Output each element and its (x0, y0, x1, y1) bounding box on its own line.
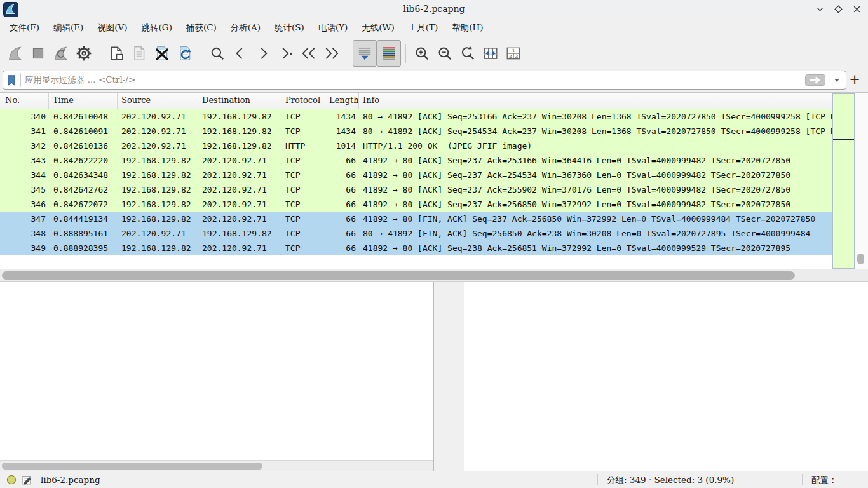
zoom-out-icon[interactable] (433, 40, 456, 67)
packet-cell-source: 202.120.92.71 (118, 109, 198, 124)
minimize-button[interactable] (815, 4, 825, 15)
go-first-packet-icon[interactable] (297, 40, 320, 67)
column-header-info[interactable]: Info (359, 93, 832, 109)
filter-dropdown-caret[interactable] (834, 79, 839, 82)
packet-details-hscrollbar-thumb[interactable] (2, 463, 262, 470)
capture-options-icon[interactable] (72, 40, 95, 67)
go-last-packet-icon[interactable] (320, 40, 343, 67)
packet-cell-no: 344 (0, 168, 49, 182)
menu-tools[interactable]: 工具(T) (402, 20, 445, 36)
packet-list-minimap-scrollbar[interactable] (832, 93, 855, 269)
packet-cell-info: 41892 → 80 [ACK] Seq=237 Ack=256850 Win=… (359, 197, 832, 212)
packet-list-hscrollbar[interactable] (0, 269, 868, 282)
packet-cell-no: 348 (0, 226, 49, 241)
menu-capture[interactable]: 捕获(C) (179, 20, 224, 36)
go-to-packet-icon[interactable] (275, 40, 297, 67)
column-header-length[interactable]: Length (325, 93, 359, 109)
packet-row[interactable]: 3430.842622220192.168.129.82202.120.92.7… (0, 153, 832, 168)
packet-row[interactable]: 3470.844419134192.168.129.82202.120.92.7… (0, 212, 832, 226)
restart-capture-icon[interactable] (50, 40, 72, 67)
packet-row[interactable]: 3460.842672072192.168.129.82202.120.92.7… (0, 197, 832, 212)
display-filter-input[interactable]: 应用显示过滤器 ... <Ctrl-/> (3, 71, 846, 90)
column-header-source[interactable]: Source (118, 93, 198, 109)
packet-cell-time: 0.842610048 (49, 109, 118, 124)
apply-filter-button[interactable] (805, 74, 825, 86)
packet-list-hscrollbar-thumb[interactable] (2, 271, 795, 280)
column-header-protocol[interactable]: Protocol (281, 93, 325, 109)
filter-bookmark-icon[interactable] (7, 75, 16, 86)
menu-wireless[interactable]: 无线(W) (355, 20, 401, 36)
packet-cell-destination: 202.120.92.71 (198, 168, 281, 182)
menu-help[interactable]: 帮助(H) (445, 20, 490, 36)
menu-telephony[interactable]: 电话(Y) (311, 20, 355, 36)
zoom-reset-icon[interactable] (456, 40, 479, 67)
packet-cell-destination: 202.120.92.71 (198, 182, 281, 197)
menu-statistics[interactable]: 统计(S) (268, 20, 311, 36)
column-header-no[interactable]: No. (0, 93, 49, 109)
packet-cell-length: 1434 (325, 124, 359, 139)
expert-info-icon[interactable] (6, 475, 17, 487)
packet-row[interactable]: 3400.842610048202.120.92.71192.168.129.8… (0, 109, 832, 124)
packet-row[interactable]: 3480.888895161202.120.92.71192.168.129.8… (0, 226, 832, 241)
open-file-icon[interactable] (105, 40, 128, 67)
toolbar-separator (100, 44, 100, 63)
packet-row[interactable]: 3440.842634348192.168.129.82202.120.92.7… (0, 168, 832, 182)
resize-columns-icon[interactable] (479, 40, 502, 67)
menu-analyze[interactable]: 分析(A) (224, 20, 268, 36)
window-title: lib6-2.pcapng (0, 4, 868, 14)
packet-cell-protocol: TCP (281, 153, 325, 168)
capture-comment-icon[interactable] (22, 475, 32, 487)
colorize-toggle[interactable] (377, 40, 401, 67)
packet-cell-source: 192.168.129.82 (118, 212, 198, 226)
close-button[interactable] (851, 4, 862, 15)
menu-edit[interactable]: 编辑(E) (46, 20, 90, 36)
zoom-in-icon[interactable] (410, 40, 433, 67)
add-filter-button[interactable]: + (846, 70, 863, 89)
packet-cell-destination: 192.168.129.82 (198, 226, 281, 241)
go-forward-icon[interactable] (252, 40, 275, 67)
packet-cell-protocol: TCP (281, 226, 325, 241)
vertical-scrollbar[interactable] (855, 93, 868, 269)
packet-cell-info: 41892 → 80 [FIN, ACK] Seq=237 Ack=256850… (359, 212, 832, 226)
auto-scroll-toggle[interactable] (353, 40, 377, 67)
start-capture-icon[interactable] (4, 40, 27, 67)
status-profile: 配置：Default (811, 471, 868, 488)
packet-cell-no: 346 (0, 197, 49, 212)
packet-cell-info: HTTP/1.1 200 OK (JPEG JFIF image) (359, 139, 832, 153)
go-back-icon[interactable] (229, 40, 252, 67)
packet-cell-info: 80 → 41892 [ACK] Seq=253166 Ack=237 Win=… (359, 109, 832, 124)
pane-splitter[interactable] (434, 282, 464, 471)
packet-cell-protocol: TCP (281, 182, 325, 197)
filter-placeholder-text: 应用显示过滤器 ... <Ctrl-/> (25, 74, 805, 86)
save-file-icon[interactable] (128, 40, 151, 67)
packet-details-hscrollbar[interactable] (0, 460, 433, 471)
column-header-time[interactable]: Time (49, 93, 118, 109)
packet-row[interactable]: 3450.842642762192.168.129.82202.120.92.7… (0, 182, 832, 197)
close-file-icon[interactable] (151, 40, 173, 67)
find-packet-icon[interactable] (206, 40, 229, 67)
filter-bar: 应用显示过滤器 ... <Ctrl-/> + (0, 69, 868, 92)
reload-file-icon[interactable] (173, 40, 196, 67)
packet-row[interactable]: 3420.842610136202.120.92.71192.168.129.8… (0, 139, 832, 153)
packet-cell-time: 0.842634348 (49, 168, 118, 182)
packet-list-header: No. Time Source Destination Protocol Len… (0, 93, 832, 109)
maximize-button[interactable] (833, 4, 843, 15)
packet-cell-time: 0.842610091 (49, 124, 118, 139)
column-header-destination[interactable]: Destination (198, 93, 281, 109)
stop-capture-icon[interactable] (27, 40, 50, 67)
vertical-scrollbar-thumb[interactable] (857, 254, 864, 264)
menu-view[interactable]: 视图(V) (90, 20, 134, 36)
toolbar-separator (348, 44, 348, 63)
menu-file[interactable]: 文件(F) (3, 20, 46, 36)
packet-row[interactable]: 3490.888928395192.168.129.82202.120.92.7… (0, 241, 832, 255)
status-filename: lib6-2.pcapng (41, 471, 100, 488)
svg-text:1: 1 (512, 48, 515, 53)
pane-layout-icon[interactable]: 123 (502, 40, 525, 67)
packet-cell-info: 41892 → 80 [ACK] Seq=238 Ack=256851 Win=… (359, 241, 832, 255)
status-separator (597, 474, 598, 485)
menu-go[interactable]: 跳转(G) (135, 20, 179, 36)
packet-cell-protocol: HTTP (281, 139, 325, 153)
status-separator (802, 474, 803, 485)
packet-cell-length: 66 (325, 168, 359, 182)
packet-row[interactable]: 3410.842610091202.120.92.71192.168.129.8… (0, 124, 832, 139)
